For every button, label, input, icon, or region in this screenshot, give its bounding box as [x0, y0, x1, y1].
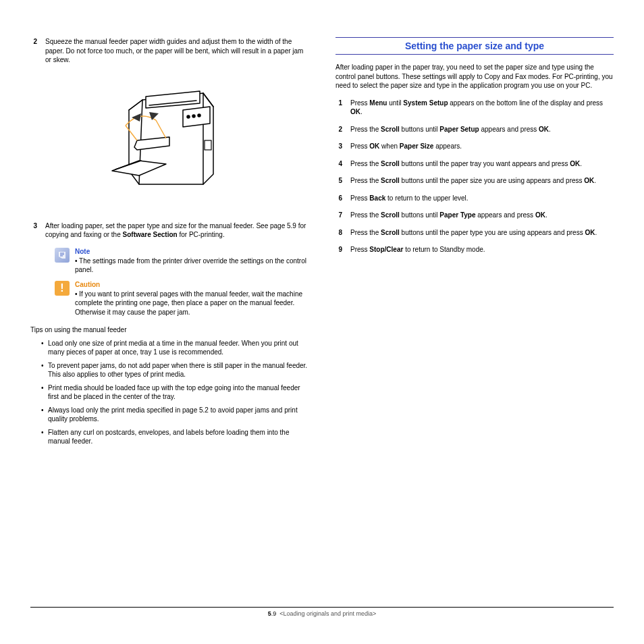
tip-item: To prevent paper jams, do not add paper … [41, 361, 308, 379]
step-item: 8Press the Scroll buttons until the pape… [336, 228, 614, 238]
steps-list: 1Press Menu until System Setup appears o… [336, 99, 614, 254]
step-item: 5Press the Scroll buttons until the pape… [336, 176, 614, 186]
step-3: 3 After loading paper, set the paper typ… [30, 221, 308, 240]
step-item: 9Press Stop/Clear to return to Standby m… [336, 245, 614, 254]
step-text: Press the Scroll buttons until the paper… [350, 228, 614, 238]
page-body: 2 Squeeze the manual feeder paper width … [0, 0, 644, 450]
step-text: Press the Scroll buttons until the paper… [350, 159, 614, 169]
text-run: buttons until [400, 211, 439, 219]
text-run: Press the [350, 126, 381, 133]
bold-run: OK [539, 126, 549, 133]
page-footer: 5.9 <Loading originals and print media> [30, 607, 614, 617]
text-run: for PC-printing. [178, 231, 225, 238]
page-number: .9 [271, 610, 277, 617]
caution-body: Caution If you want to print several pag… [75, 281, 308, 318]
step-number: 9 [336, 245, 350, 254]
step-number: 4 [336, 159, 350, 169]
step-number: 2 [336, 125, 350, 134]
bold-run: Paper Size [400, 142, 434, 150]
bold-run: Paper Setup [439, 126, 479, 133]
text-run: buttons until the paper size you are usi… [400, 177, 585, 184]
svg-point-2 [198, 114, 200, 117]
text-run: Press the [350, 229, 381, 236]
text-run: . [545, 211, 547, 219]
printer-icon [102, 73, 237, 208]
text-run: Press [350, 246, 369, 253]
svg-point-0 [187, 115, 190, 118]
step-text: Press OK when Paper Size appears. [350, 142, 614, 151]
step-text: Press the Scroll buttons until Paper Set… [350, 125, 614, 134]
bold-run: OK [350, 108, 360, 115]
bold-run: Back [369, 194, 385, 202]
section-intro: After loading paper in the paper tray, y… [336, 63, 614, 90]
step-item: 1Press Menu until System Setup appears o… [336, 99, 614, 117]
step-text: After loading paper, set the paper type … [45, 221, 308, 240]
bold-run: OK [535, 211, 545, 219]
text-run: when [379, 142, 399, 150]
step-number: 6 [336, 194, 350, 203]
bold-run: Scroll [381, 229, 400, 236]
text-run: Press [350, 194, 369, 202]
note-title: Note [75, 248, 308, 255]
footer-title: <Loading originals and print media> [279, 610, 376, 617]
step-number: 3 [30, 221, 45, 240]
step-number: 3 [336, 142, 350, 151]
bold-run: OK [584, 177, 594, 184]
tip-item: Print media should be loaded face up wit… [41, 383, 308, 402]
note-bullet: The settings made from the printer drive… [75, 257, 308, 275]
bold-run: Scroll [381, 126, 400, 133]
step-number: 1 [336, 99, 350, 117]
text-run: Press [350, 99, 369, 107]
step-item: 6Press Back to return to the upper level… [336, 194, 614, 203]
step-number: 5 [336, 176, 350, 186]
bold-run: OK [585, 229, 595, 236]
caution-icon: ! [55, 281, 70, 296]
text-run: appears and press [475, 211, 535, 219]
step-text: Press Back to return to the upper level. [350, 194, 614, 203]
bold-run: Software Section [123, 231, 178, 238]
bold-run: Scroll [381, 160, 400, 167]
right-column: Setting the paper size and type After lo… [336, 37, 614, 450]
step-text: Press the Scroll buttons until Paper Typ… [350, 211, 614, 220]
caution-title: Caution [75, 281, 308, 288]
section-title: Setting the paper size and type [336, 41, 614, 51]
text-run: until [387, 99, 403, 107]
bold-run: Scroll [381, 211, 400, 219]
svg-rect-5 [205, 140, 211, 150]
svg-marker-3 [132, 113, 141, 122]
printer-illustration [30, 73, 308, 209]
step-item: 2Press the Scroll buttons until Paper Se… [336, 125, 614, 134]
bold-run: OK [369, 142, 379, 150]
bold-run: Paper Type [439, 211, 475, 219]
text-run: appears. [433, 142, 462, 150]
step-number: 8 [336, 228, 350, 238]
text-run: . [360, 108, 363, 115]
step-number: 7 [336, 211, 350, 220]
text-run: buttons until [400, 126, 439, 133]
text-run: . [549, 126, 551, 133]
note-icon [55, 248, 70, 263]
text-run: . [594, 177, 596, 184]
text-run: Press the [350, 211, 381, 219]
bold-run: System Setup [403, 99, 448, 107]
note-callout: Note The settings made from the printer … [55, 248, 308, 275]
svg-point-1 [192, 115, 195, 117]
step-text: Press Stop/Clear to return to Standby mo… [350, 245, 614, 254]
text-run: Press the [350, 177, 381, 184]
step-number: 2 [30, 37, 45, 65]
tip-item: Always load only the print media specifi… [41, 406, 308, 424]
step-text: Press Menu until System Setup appears on… [350, 99, 614, 117]
tips-list: Load only one size of print media at a t… [30, 339, 308, 446]
bold-run: Menu [369, 99, 387, 107]
section-header: Setting the paper size and type [336, 37, 614, 55]
tips-heading: Tips on using the manual feeder [30, 325, 308, 335]
text-run: Press [350, 142, 369, 150]
bold-run: Stop/Clear [369, 246, 403, 253]
step-item: 7Press the Scroll buttons until Paper Ty… [336, 211, 614, 220]
step-text: Press the Scroll buttons until the paper… [350, 176, 614, 186]
text-run: Press the [350, 160, 381, 167]
bold-run: Scroll [381, 177, 400, 184]
text-run: to return to Standby mode. [403, 246, 485, 253]
text-run: appears and press [479, 126, 539, 133]
text-run: . [595, 229, 597, 236]
